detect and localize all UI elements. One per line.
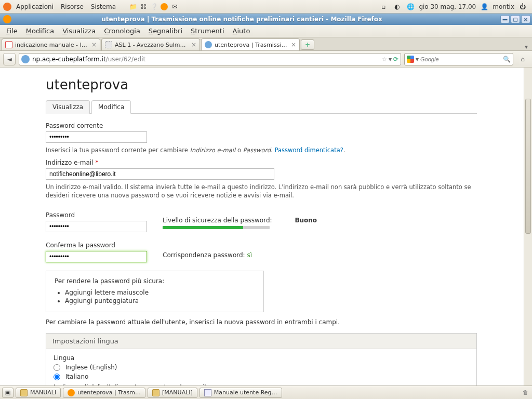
radio-english[interactable] [54, 364, 60, 371]
firefox-tab-strip: indicazione manuale - lmon… × ASL 1 - Av… [0, 37, 532, 51]
generic-favicon-icon [105, 41, 112, 48]
tab-visualizza[interactable]: Visualizza [46, 100, 90, 114]
taskbar-item-2[interactable]: [MANUALI] [148, 388, 197, 398]
current-password-help: Inserisci la tua password corrente per c… [46, 146, 477, 155]
tab-close-button[interactable]: × [191, 41, 196, 48]
search-bar[interactable]: ▾ 🔍 [404, 53, 513, 65]
search-go-icon[interactable]: 🔍 [503, 56, 511, 63]
file-manager-icon[interactable]: 📁 [128, 2, 138, 12]
username[interactable]: montix [493, 3, 514, 10]
password-strength-meter [163, 226, 270, 229]
label-current-password: Password corrente [46, 122, 477, 129]
window-close-button[interactable]: ✕ [521, 15, 530, 23]
tray-icon-1[interactable]: ▫ [378, 2, 389, 12]
trash-icon[interactable]: 🗑 [521, 388, 530, 397]
clock[interactable]: gio 30 mag, 17.00 [419, 3, 476, 10]
tray-icon-2[interactable]: ◐ [392, 2, 402, 12]
browser-tab-1[interactable]: ASL 1 - Avezzano Sulmona L… × [101, 38, 200, 50]
local-tabs: Visualizza Modifica [46, 100, 477, 114]
url-path: /user/62/edit [106, 56, 146, 63]
forgot-password-link[interactable]: Password dimenticata? [275, 147, 343, 154]
document-icon [204, 389, 211, 396]
user-icon[interactable]: 👤 [479, 2, 489, 12]
taskbar-item-3[interactable]: Manuale utente Reg… [200, 388, 282, 398]
help-icon[interactable]: ❔ [149, 2, 159, 12]
language-legend: Impostazioni lingua [46, 334, 476, 349]
show-desktop-button[interactable]: ▣ [2, 388, 14, 398]
page-title: utenteprova [46, 77, 477, 92]
confirm-password-input[interactable] [46, 251, 147, 262]
taskbar-item-1[interactable]: utenteprova | Trasm… [63, 388, 145, 398]
password-tips-box: Per rendere la password più sicura: Aggi… [46, 271, 264, 312]
language-option-english[interactable]: Inglese (English) [54, 364, 469, 371]
search-engine-dropdown-icon[interactable]: ▾ [416, 56, 419, 63]
shutdown-icon[interactable]: ⏻ [517, 2, 528, 12]
firefox-nav-toolbar: ◄ np.aq.e-cubeplatform.it/user/62/edit ☆… [0, 51, 532, 68]
system-tray: ▫ ◐ 🌐 gio 30 mag, 17.00 👤 montix ⏻ [378, 2, 530, 12]
tab-label: utenteprova | Trasmissione … [215, 42, 288, 48]
url-dropdown-icon[interactable]: ▾ [389, 56, 392, 63]
label-password: Password [46, 211, 147, 219]
window-title: utenteprova | Trasmissione online notifi… [15, 16, 500, 23]
window-maximize-button[interactable]: ▢ [511, 15, 520, 23]
password-match-value: sì [247, 251, 252, 259]
tab-close-button[interactable]: × [291, 41, 296, 48]
menu-view[interactable]: Visualizza [58, 25, 100, 36]
site-identity-icon[interactable] [21, 55, 30, 63]
menu-history[interactable]: Cronologia [100, 25, 144, 36]
google-engine-icon[interactable] [407, 56, 414, 63]
window-minimize-button[interactable]: — [500, 15, 510, 23]
firefox-icon [68, 389, 75, 396]
password-tip: Aggiungi punteggiatura [65, 297, 255, 304]
language-label: Lingua [54, 354, 469, 362]
menu-system[interactable]: Sistema [87, 3, 119, 10]
browser-tab-0[interactable]: indicazione manuale - lmon… × [2, 38, 100, 50]
password-strength-label: Livello di sicurezza della password: [163, 217, 272, 224]
browser-tab-2[interactable]: utenteprova | Trasmissione … × [201, 38, 300, 50]
tab-close-button[interactable]: × [91, 41, 97, 48]
password-input[interactable] [46, 221, 147, 232]
vertical-scrollbar[interactable] [524, 68, 532, 399]
email-input[interactable] [46, 168, 274, 180]
menu-applications[interactable]: Applicazioni [12, 3, 57, 10]
url-bar[interactable]: np.aq.e-cubeplatform.it/user/62/edit ☆ ▾… [19, 53, 401, 65]
menu-file[interactable]: File [2, 25, 22, 36]
gnome-bottom-panel: ▣ MANUALI utenteprova | Trasm… [MANUALI]… [0, 385, 532, 399]
url-host: np.aq.e-cubeplatform.it [32, 56, 106, 63]
bookmark-star-icon[interactable]: ☆ [381, 56, 387, 63]
label-email: Indirizzo e-mail * [46, 159, 477, 166]
radio-italian[interactable] [54, 374, 60, 380]
menu-edit[interactable]: Modifica [22, 25, 58, 36]
menu-help[interactable]: Aiuto [229, 25, 255, 36]
tab-modifica[interactable]: Modifica [91, 100, 131, 114]
evolution-icon[interactable]: ✉ [169, 2, 180, 12]
folder-icon [20, 389, 28, 396]
window-titlebar: utenteprova | Trasmissione online notifi… [0, 14, 532, 25]
menu-tools[interactable]: Strumenti [187, 25, 229, 36]
new-tab-button[interactable]: + [301, 39, 314, 50]
menu-places[interactable]: Risorse [57, 3, 87, 10]
ubuntu-logo-icon [2, 2, 12, 12]
current-password-input[interactable] [46, 131, 147, 143]
drupal-favicon-icon [205, 41, 212, 48]
firefox-icon [3, 15, 11, 23]
terminal-icon[interactable]: ⌘ [138, 2, 149, 12]
password-tips-title: Per rendere la password più sicura: [55, 277, 255, 285]
menu-bookmarks[interactable]: Segnalibri [144, 25, 187, 36]
language-option-italian[interactable]: Italiano [54, 373, 469, 380]
email-help: Un indirizzo e-mail valido. Il sistema i… [46, 183, 477, 200]
label-confirm-password: Conferma la password [46, 242, 147, 249]
reload-icon[interactable]: ⟳ [393, 56, 398, 63]
page-scroll-area[interactable]: utenteprova Visualizza Modifica Password… [0, 68, 524, 399]
tab-label: ASL 1 - Avezzano Sulmona L… [115, 42, 189, 48]
home-button[interactable]: ⌂ [516, 53, 529, 65]
firefox-launcher-icon[interactable] [159, 2, 169, 12]
search-input[interactable] [420, 56, 503, 62]
network-icon[interactable]: 🌐 [405, 2, 416, 12]
back-button[interactable]: ◄ [3, 53, 16, 65]
taskbar-item-0[interactable]: MANUALI [16, 388, 61, 398]
scrollbar-thumb[interactable] [525, 99, 531, 234]
password-strength-value: Buono [295, 217, 317, 224]
content-viewport: utenteprova Visualizza Modifica Password… [0, 68, 532, 399]
tabs-overflow-button[interactable]: ▾ [522, 43, 530, 50]
